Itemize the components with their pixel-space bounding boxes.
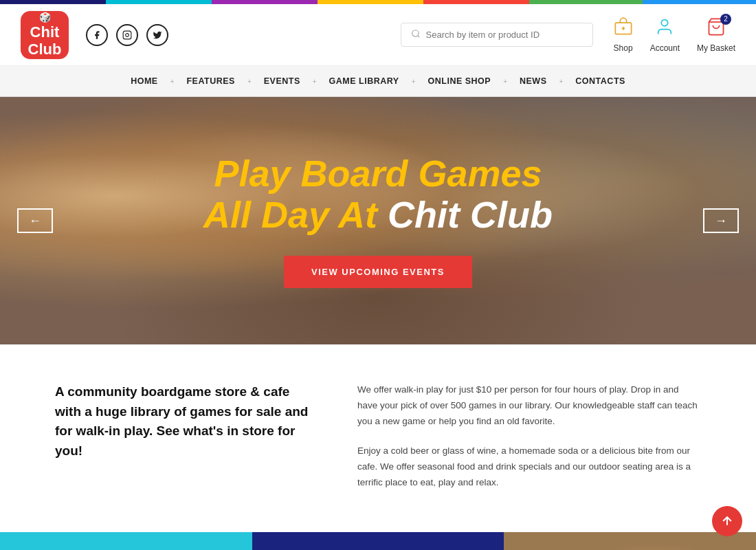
svg-rect-0 [123, 31, 131, 39]
feature-card-cafe[interactable] [252, 532, 504, 550]
basket-label: My Basket [697, 43, 735, 53]
nav-items: HOME + FEATURES + EVENTS + GAME LIBRARY … [118, 76, 638, 86]
hero-section: ← Play Board Games All Day At Chit Club … [0, 97, 756, 344]
nav-game-library[interactable]: GAME LIBRARY [317, 76, 412, 86]
basket-icon: 2 [707, 17, 726, 41]
logo-text: Chit Club [28, 24, 62, 57]
svg-point-7 [662, 19, 668, 25]
hero-title-line2: All Day At Chit Club [203, 195, 553, 235]
about-left: A community boardgame store & cafe with … [55, 382, 316, 505]
header-actions: Shop Account 2 My Basket [614, 17, 735, 53]
scroll-top-button[interactable] [712, 506, 742, 536]
shop-action[interactable]: Shop [614, 17, 633, 53]
search-bar[interactable] [401, 23, 593, 47]
nav-news[interactable]: NEWS [507, 76, 559, 86]
account-label: Account [650, 43, 680, 53]
nav-events[interactable]: EVENTS [252, 76, 313, 86]
about-para2: Enjoy a cold beer or glass of wine, a ho… [357, 443, 701, 491]
about-left-text: A community boardgame store & cafe with … [55, 382, 316, 461]
hero-title-plain: All Day At [203, 194, 388, 235]
search-input[interactable] [426, 30, 583, 40]
basket-action[interactable]: 2 My Basket [697, 17, 735, 53]
logo-icon: 🎲 [39, 12, 51, 23]
facebook-icon[interactable] [86, 24, 108, 46]
main-nav: HOME + FEATURES + EVENTS + GAME LIBRARY … [0, 66, 756, 97]
basket-badge: 2 [720, 14, 731, 25]
header: 🎲 Chit Club [0, 4, 756, 66]
feature-card-games[interactable] [0, 532, 252, 550]
twitter-icon[interactable] [146, 24, 168, 46]
hero-title-line1: Play Board Games [203, 153, 553, 194]
hero-prev-button[interactable]: ← [17, 208, 53, 233]
account-icon [655, 17, 674, 41]
account-action[interactable]: Account [650, 17, 680, 53]
social-icons [86, 24, 168, 46]
nav-contacts[interactable]: CONTACTS [563, 76, 638, 86]
search-icon [411, 29, 421, 41]
about-section: A community boardgame store & cafe with … [0, 344, 756, 532]
nav-home[interactable]: HOME [118, 76, 170, 86]
logo[interactable]: 🎲 Chit Club [21, 11, 69, 59]
nav-online-shop[interactable]: ONLINE SHOP [416, 76, 504, 86]
about-para1: We offer walk-in play for just $10 per p… [357, 382, 701, 430]
feature-cards [0, 532, 756, 550]
view-events-button[interactable]: VIEW UPCOMING EVENTS [284, 256, 472, 288]
about-right: We offer walk-in play for just $10 per p… [357, 382, 701, 505]
feature-card-photo [504, 532, 756, 550]
hero-next-button[interactable]: → [703, 208, 739, 233]
shop-icon [614, 17, 633, 41]
hero-title-white: Chit Club [388, 194, 553, 235]
shop-label: Shop [614, 43, 633, 53]
instagram-icon[interactable] [116, 24, 138, 46]
svg-line-3 [417, 36, 419, 38]
nav-features[interactable]: FEATURES [174, 76, 247, 86]
hero-content: Play Board Games All Day At Chit Club VI… [203, 153, 553, 288]
svg-point-2 [412, 30, 418, 36]
